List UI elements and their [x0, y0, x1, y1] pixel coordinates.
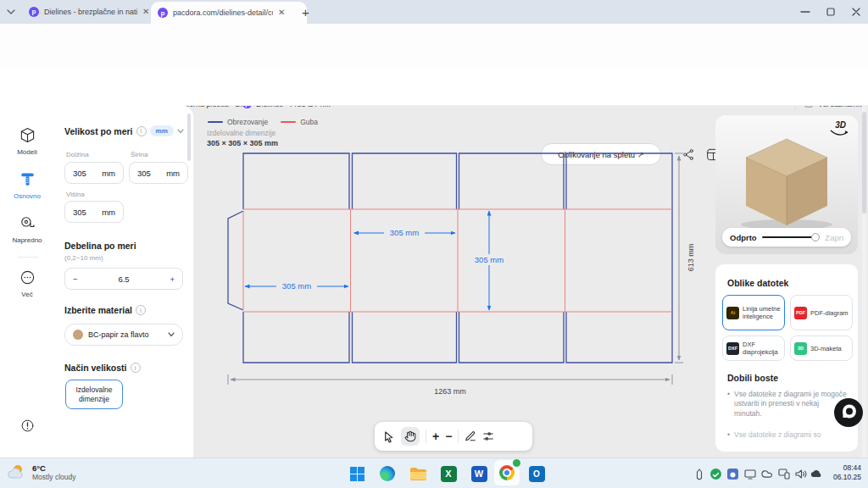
- taskbar-explorer-button[interactable]: [409, 464, 427, 483]
- new-tab-button[interactable]: +: [302, 6, 309, 19]
- clock-widget[interactable]: 08:44 06.10.25: [824, 463, 861, 482]
- brand-float-badge[interactable]: [834, 398, 863, 427]
- window-minimize-button[interactable]: [800, 7, 810, 17]
- svg-text:613 mm: 613 mm: [687, 244, 695, 272]
- zoom-out-button[interactable]: −: [445, 430, 452, 442]
- feedback-info-icon[interactable]: [20, 419, 35, 433]
- tab-title: Dielines - brezplačne in natislj...: [44, 8, 137, 16]
- tray-pen-icon[interactable]: [695, 469, 704, 480]
- settings-sliders-icon[interactable]: [482, 430, 494, 442]
- tray-misc-icon[interactable]: [810, 469, 823, 479]
- rail-item-napredno[interactable]: Napredno: [0, 215, 54, 244]
- taskbar: 6°C Mostly cloudy X W: [0, 458, 868, 488]
- pan-tool-active[interactable]: [401, 427, 420, 446]
- benefit-item: • Vse datoteke z diagrami so: [727, 430, 848, 440]
- tray-speaker-icon[interactable]: [795, 469, 807, 480]
- rail-item-osnovno[interactable]: Osnovno: [0, 171, 54, 200]
- tape-measure-icon: [19, 215, 36, 231]
- slider-knob[interactable]: [811, 233, 820, 241]
- file-option-pdf[interactable]: PDF PDF-diagram: [790, 295, 853, 330]
- taskbar-edge-button[interactable]: [378, 464, 397, 483]
- width-label: Širina: [131, 151, 147, 158]
- chevron-down-icon[interactable]: [177, 129, 184, 134]
- panel-scrollbar[interactable]: [187, 114, 191, 161]
- tray-devices-icon[interactable]: [778, 469, 790, 480]
- tab-favicon: p: [158, 8, 168, 18]
- length-field[interactable]: 305 mm: [64, 162, 124, 184]
- tab-close-icon[interactable]: ✕: [278, 8, 285, 17]
- window-maximize-button[interactable]: [826, 7, 836, 17]
- tab-close-icon[interactable]: ✕: [142, 8, 149, 16]
- pdf-file-icon: PDF: [794, 307, 807, 319]
- page-scrollbar-thumb[interactable]: [862, 112, 866, 214]
- size-mode-title-row: Način velikosti i: [64, 363, 141, 373]
- info-icon[interactable]: i: [136, 305, 146, 315]
- zoom-in-button[interactable]: +: [432, 430, 439, 442]
- word-icon: W: [471, 466, 487, 482]
- tab-search-chevron-icon[interactable]: [7, 8, 15, 15]
- taskbar-word-button[interactable]: W: [470, 464, 488, 483]
- stepper-plus-button[interactable]: +: [170, 274, 175, 284]
- thickness-stepper: − 6.5 +: [64, 268, 183, 290]
- cut-lines: [228, 153, 672, 363]
- height-value: 305: [73, 208, 86, 217]
- chevron-down-icon: [168, 332, 175, 337]
- measure-pencil-icon[interactable]: [465, 430, 476, 442]
- width-field[interactable]: 305 mm: [129, 162, 188, 184]
- file-option-label: DXF diaprojekcija: [743, 341, 781, 356]
- svg-text:305 mm: 305 mm: [390, 228, 419, 237]
- benefit-text: Vse datoteke z diagrami je mogoče ustvar…: [734, 390, 848, 419]
- select-cursor-icon[interactable]: [382, 430, 395, 443]
- file-option-label: 3D-maketa: [810, 345, 842, 352]
- tab-title: pacdora.com/dielines-detail/cu...: [173, 8, 273, 17]
- dxf-file-icon: DXF: [726, 342, 739, 355]
- slider-track[interactable]: [762, 233, 821, 241]
- stepper-minus-button[interactable]: −: [73, 274, 78, 284]
- unit-suffix: mm: [102, 208, 115, 217]
- size-title-row: Velikost po meri i mm: [64, 125, 184, 136]
- unit-chip[interactable]: mm: [150, 125, 174, 136]
- height-field[interactable]: 305 mm: [64, 201, 124, 223]
- weather-icon: [7, 463, 27, 481]
- file-option-ai[interactable]: Ai Linija umetne inteligence: [722, 295, 785, 330]
- box-3d-render[interactable]: [729, 125, 844, 230]
- tray-cloud-icon[interactable]: [760, 469, 773, 479]
- tray-app-icon[interactable]: [727, 469, 738, 480]
- thickness-value[interactable]: 6.5: [118, 274, 129, 284]
- material-swatch: [73, 330, 83, 340]
- edge-icon: [380, 466, 395, 481]
- rail-item-modeli[interactable]: Modeli: [0, 127, 54, 156]
- legend-cut-label: Obrezovanje: [227, 118, 268, 126]
- unit-suffix: mm: [166, 169, 180, 178]
- start-button[interactable]: [348, 464, 366, 483]
- size-mode-button[interactable]: Izdelovalne dimenzije: [65, 380, 123, 409]
- info-icon[interactable]: i: [136, 126, 147, 136]
- folder-icon: [409, 467, 426, 481]
- window-close-button[interactable]: [851, 7, 861, 17]
- unit-suffix: mm: [102, 169, 115, 178]
- file-option-3d[interactable]: 3D 3D-maketa: [790, 336, 853, 361]
- dieline-canvas[interactable]: 305 mm 305 mm 305 mm 613 mm 1263 mm: [203, 146, 712, 400]
- weather-widget[interactable]: 6°C Mostly cloudy: [7, 463, 76, 481]
- tab-active[interactable]: p pacdora.com/dielines-detail/cu... ✕: [151, 2, 307, 24]
- file-option-label: PDF-diagram: [810, 309, 849, 317]
- tab-inactive[interactable]: p Dielines - brezplačne in natislj... ✕: [22, 0, 163, 23]
- bullet-dot: •: [727, 390, 730, 419]
- tray-shield-icon[interactable]: [710, 469, 721, 480]
- svg-text:1263 mm: 1263 mm: [434, 387, 466, 396]
- dimension-total-width: 1263 mm: [228, 374, 672, 396]
- tray-display-icon[interactable]: [744, 469, 756, 480]
- material-select[interactable]: BC-papir za flavto: [64, 324, 183, 346]
- height-label: Višina: [66, 191, 85, 198]
- taskbar-excel-button[interactable]: X: [439, 464, 458, 483]
- file-option-dxf[interactable]: DXF DXF diaprojekcija: [722, 336, 785, 361]
- close-label: Zapri: [825, 233, 843, 242]
- taskbar-chrome-button[interactable]: [494, 460, 520, 485]
- screen: p Dielines - brezplačne in natislj... ✕ …: [0, 0, 868, 488]
- more-dots-icon: [19, 269, 36, 286]
- taskbar-outlook-button[interactable]: O: [527, 464, 546, 483]
- rail-item-vec[interactable]: Več: [0, 269, 54, 298]
- outlook-icon: O: [529, 466, 545, 482]
- thickness-title: Debelina po meri: [64, 241, 136, 251]
- info-icon[interactable]: i: [131, 363, 141, 373]
